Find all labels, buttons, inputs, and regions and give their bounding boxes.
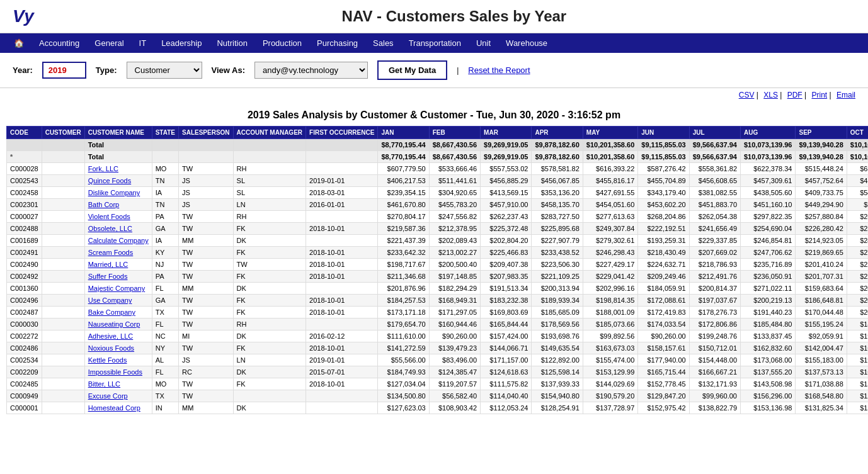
cell-feb: $533,666.46 — [429, 163, 480, 175]
pdf-link[interactable]: PDF — [787, 91, 802, 99]
cell-apr: $223,506.30 — [532, 259, 583, 271]
cell-occurrence: 2016-02-12 — [306, 330, 378, 342]
subtotal-label: Total — [84, 151, 152, 163]
cell-customer-name[interactable]: Dislike Company — [84, 187, 152, 199]
nav-sales[interactable]: Sales — [365, 33, 401, 53]
cell-customer-name[interactable]: Nauseating Corp — [84, 319, 152, 330]
cell-state: FL — [152, 319, 178, 330]
type-select[interactable]: Customer Salesperson State Product — [127, 62, 202, 79]
cell-customer-name[interactable]: Bitter, LLC — [84, 378, 152, 390]
cell-jun: $165,715.44 — [638, 366, 689, 378]
cell-aug: $297,822.35 — [741, 211, 796, 223]
cell-manager: DK — [233, 235, 306, 247]
cell-jun: $90,260.00 — [638, 330, 689, 342]
cell-aug: $247,706.62 — [741, 247, 796, 259]
cell-oct: $195,869.57 — [847, 330, 868, 342]
nav-transportation[interactable]: Transportation — [401, 33, 469, 53]
cell-oct: $156,547.40 — [847, 402, 868, 414]
cell-state: MO — [152, 163, 178, 175]
cell-aug: $153,136.98 — [741, 402, 796, 414]
cell-manager: FK — [233, 342, 306, 354]
cell-sep: $214,923.05 — [796, 235, 847, 247]
col-state: STATE — [152, 127, 178, 139]
cell-state: NJ — [152, 259, 178, 271]
cell-customer-name[interactable]: Scream Foods — [84, 247, 152, 259]
nav-nutrition[interactable]: Nutrition — [209, 33, 254, 53]
cell-jul: $172,806.86 — [689, 319, 740, 330]
cell-jan: $134,500.80 — [378, 390, 429, 402]
cell-salesperson: TW — [179, 307, 234, 319]
cell-customer-id — [42, 319, 84, 330]
cell-jun: $172,419.83 — [638, 307, 689, 319]
cell-customer-name[interactable]: Excuse Corp — [84, 390, 152, 402]
cell-customer-name[interactable]: Obsolete, LLC — [84, 223, 152, 235]
cell-customer-id — [42, 247, 84, 259]
nav-warehouse[interactable]: Warehouse — [498, 33, 555, 53]
nav-production[interactable]: Production — [255, 33, 309, 53]
cell-feb: $83,496.00 — [429, 354, 480, 366]
cell-customer-name[interactable]: Quince Foods — [84, 175, 152, 187]
col-first-occurrence: FIRST OCCURRENCE — [306, 127, 378, 139]
nav-home[interactable]: 🏠 — [6, 33, 31, 53]
year-input[interactable] — [42, 62, 86, 79]
cell-code: C002491 — [7, 247, 42, 259]
cell-customer-name[interactable]: Fork, LLC — [84, 163, 152, 175]
nav-general[interactable]: General — [87, 33, 131, 53]
cell-customer-name[interactable]: Impossible Foods — [84, 366, 152, 378]
cell-customer-name[interactable]: Bake Company — [84, 307, 152, 319]
cell-customer-name[interactable]: Homestead Corp — [84, 402, 152, 414]
cell-customer-name[interactable]: Bath Corp — [84, 199, 152, 211]
cell-feb: $200,500.40 — [429, 259, 480, 271]
data-table-container: CODE CUSTOMER CUSTOMER NAME STATE SALESP… — [0, 126, 868, 414]
cell-customer-name[interactable]: Married, LLC — [84, 259, 152, 271]
cell-customer-name[interactable]: Use Company — [84, 295, 152, 307]
cell-state: TN — [152, 199, 178, 211]
email-link[interactable]: Email — [837, 91, 855, 99]
cell-jun: $172,088.61 — [638, 295, 689, 307]
cell-code: C002543 — [7, 175, 42, 187]
cell-code: C002485 — [7, 378, 42, 390]
cell-aug: $246,854.81 — [741, 235, 796, 247]
cell-jul: $178,276.73 — [689, 307, 740, 319]
cell-customer-name[interactable]: Violent Foods — [84, 211, 152, 223]
cell-sep: $457,752.64 — [796, 175, 847, 187]
print-link[interactable]: Print — [812, 91, 828, 99]
subtotal-row: *Total$8,770,195.44$8,667,430.56$9,269,9… — [7, 151, 869, 163]
cell-jan: $233,642.32 — [378, 247, 429, 259]
top-header: Vy NAV - Customers Sales by Year — [0, 0, 868, 33]
nav-leadership[interactable]: Leadership — [154, 33, 209, 53]
cell-customer-name[interactable]: Adhesive, LLC — [84, 330, 152, 342]
cell-customer-name[interactable]: Calculate Company — [84, 235, 152, 247]
cell-customer-name[interactable]: Majestic Company — [84, 283, 152, 295]
cell-customer-name[interactable]: Kettle Foods — [84, 354, 152, 366]
nav-purchasing[interactable]: Purchasing — [309, 33, 365, 53]
cell-occurrence: 2018-10-01 — [306, 271, 378, 283]
cell-may: $202,996.16 — [583, 283, 637, 295]
csv-link[interactable]: CSV — [739, 91, 755, 99]
total-row: Total$8,770,195.44$8,667,430.56$9,269,91… — [7, 139, 869, 151]
cell-oct: $152,991.92 — [847, 378, 868, 390]
cell-jun: $209,249.46 — [638, 271, 689, 283]
cell-jun: $218,430.49 — [638, 247, 689, 259]
cell-salesperson: TW — [179, 295, 234, 307]
cell-customer-name[interactable]: Suffer Foods — [84, 271, 152, 283]
sales-table: CODE CUSTOMER CUSTOMER NAME STATE SALESP… — [6, 126, 868, 414]
viewas-select[interactable]: andy@vy.technology — [254, 62, 368, 79]
table-row: C002458 Dislike Company IA JS SL 2018-03… — [7, 187, 869, 199]
nav-unit[interactable]: Unit — [469, 33, 498, 53]
xls-link[interactable]: XLS — [763, 91, 778, 99]
get-data-button[interactable]: Get My Data — [377, 60, 447, 80]
table-row: C002487 Bake Company TX TW FK 2018-10-01… — [7, 307, 869, 319]
col-salesperson: SALESPERSON — [179, 127, 234, 139]
cell-occurrence: 2018-03-01 — [306, 187, 378, 199]
cell-feb: $212,378.95 — [429, 223, 480, 235]
nav-it[interactable]: IT — [132, 33, 154, 53]
reset-report-link[interactable]: Reset the Report — [468, 65, 530, 75]
cell-jul: $154,448.00 — [689, 354, 740, 366]
cell-code: C002301 — [7, 199, 42, 211]
nav-accounting[interactable]: Accounting — [31, 33, 87, 53]
cell-may: $188,001.09 — [583, 307, 637, 319]
cell-customer-id — [42, 330, 84, 342]
cell-state: GA — [152, 223, 178, 235]
cell-customer-name[interactable]: Noxious Foods — [84, 342, 152, 354]
